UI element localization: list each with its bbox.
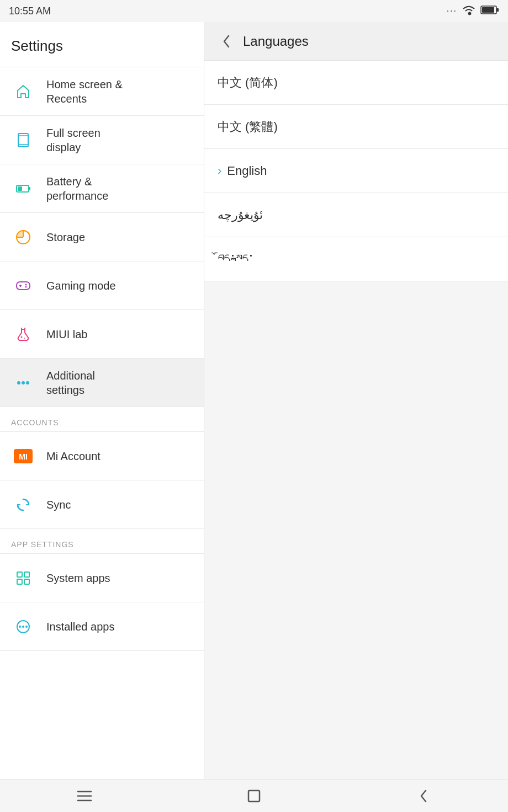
battery-performance-icon — [11, 177, 35, 201]
sidebar-item-full-screen[interactable]: Full screendisplay — [0, 116, 204, 164]
svg-rect-26 — [17, 579, 22, 584]
lang-item-chinese-traditional[interactable]: 中文 (繁體) — [204, 105, 508, 149]
main-layout: Settings Home screen &Recents Full scree… — [0, 22, 508, 779]
miui-lab-label: MIUI lab — [46, 327, 87, 341]
left-panel: Settings Home screen &Recents Full scree… — [0, 22, 204, 779]
svg-rect-35 — [248, 790, 260, 802]
status-time: 10:55 AM — [9, 6, 51, 17]
lang-item-tibetan[interactable]: བོད་སྐད་ — [204, 237, 508, 281]
mi-icon: MI — [11, 444, 35, 468]
gaming-label: Gaming mode — [46, 279, 116, 293]
selected-checkmark-icon: › — [218, 164, 221, 178]
additional-settings-label: Additionalsettings — [46, 368, 95, 397]
sync-label: Sync — [46, 498, 71, 512]
sidebar-item-gaming[interactable]: Gaming mode — [0, 261, 204, 310]
sidebar-item-battery[interactable]: Battery &performance — [0, 164, 204, 213]
circle-dots-icon — [11, 615, 35, 639]
sync-icon — [11, 493, 35, 517]
fullscreen-icon — [11, 128, 35, 152]
svg-rect-24 — [17, 572, 22, 577]
language-list: 中文 (简体) 中文 (繁體) › English ئۇيغۇرچە བོད་ས… — [204, 61, 508, 281]
sidebar-item-sync[interactable]: Sync — [0, 480, 204, 529]
svg-text:MI: MI — [19, 452, 28, 461]
languages-title: Languages — [243, 34, 309, 49]
sidebar-item-mi-account[interactable]: MI Mi Account — [0, 432, 204, 480]
chinese-traditional-label: 中文 (繁體) — [218, 119, 495, 135]
bottom-nav — [0, 779, 508, 812]
gaming-icon — [11, 274, 35, 298]
svg-point-19 — [17, 381, 20, 384]
svg-point-29 — [19, 626, 21, 628]
nav-home-button[interactable] — [237, 779, 271, 813]
app-settings-section-header: APP SETTINGS — [0, 529, 204, 554]
svg-rect-27 — [24, 579, 29, 584]
dots-icon — [11, 371, 35, 395]
sidebar-item-storage[interactable]: Storage — [0, 213, 204, 261]
storage-label: Storage — [46, 230, 85, 244]
svg-rect-8 — [18, 186, 22, 191]
storage-icon — [11, 225, 35, 249]
english-label: English — [227, 164, 495, 178]
svg-point-20 — [22, 381, 25, 384]
sidebar-item-additional-settings[interactable]: Additionalsettings — [0, 359, 204, 407]
system-apps-label: System apps — [46, 571, 110, 585]
status-icons: ··· — [447, 4, 499, 18]
installed-apps-label: Installed apps — [46, 619, 114, 634]
tibetan-label: བོད་སྐད་ — [218, 252, 495, 266]
back-button[interactable] — [215, 30, 237, 52]
grid-icon — [11, 566, 35, 590]
sidebar-item-system-apps[interactable]: System apps — [0, 554, 204, 602]
sidebar-item-miui-lab[interactable]: MIUI lab — [0, 310, 204, 359]
uyghur-label: ئۇيغۇرچە — [218, 208, 495, 222]
full-screen-label: Full screendisplay — [46, 126, 100, 154]
mi-account-label: Mi Account — [46, 449, 100, 463]
home-icon — [11, 79, 35, 104]
nav-back-button[interactable] — [407, 779, 440, 813]
svg-point-15 — [25, 286, 27, 287]
battery-label: Battery &performance — [46, 174, 108, 203]
svg-rect-7 — [29, 187, 30, 190]
sidebar-item-home-screen[interactable]: Home screen &Recents — [0, 67, 204, 116]
svg-rect-2 — [482, 7, 494, 13]
lang-item-chinese-simplified[interactable]: 中文 (简体) — [204, 61, 508, 105]
chinese-simplified-label: 中文 (简体) — [218, 74, 495, 91]
svg-rect-10 — [17, 282, 30, 290]
svg-point-14 — [25, 284, 27, 285]
svg-rect-1 — [496, 8, 499, 12]
lab-icon — [11, 322, 35, 346]
svg-point-30 — [22, 626, 24, 628]
sidebar-item-installed-apps[interactable]: Installed apps — [0, 602, 204, 651]
lang-item-english[interactable]: › English — [204, 149, 508, 193]
settings-title: Settings — [0, 22, 204, 67]
nav-menu-button[interactable] — [68, 779, 101, 813]
wifi-icon — [462, 4, 476, 18]
right-panel: Languages 中文 (简体) 中文 (繁體) › English ئۇيغ… — [204, 22, 508, 779]
svg-point-31 — [25, 626, 28, 628]
home-screen-label: Home screen &Recents — [46, 77, 123, 106]
svg-point-18 — [24, 338, 25, 339]
signal-icon: ··· — [447, 6, 457, 16]
lang-header: Languages — [204, 22, 508, 61]
svg-rect-25 — [24, 572, 29, 577]
lang-item-uyghur[interactable]: ئۇيغۇرچە — [204, 193, 508, 237]
status-bar: 10:55 AM ··· — [0, 0, 508, 22]
svg-point-17 — [21, 336, 23, 338]
battery-icon — [480, 5, 499, 17]
svg-point-21 — [26, 381, 29, 384]
accounts-section-header: ACCOUNTS — [0, 407, 204, 432]
